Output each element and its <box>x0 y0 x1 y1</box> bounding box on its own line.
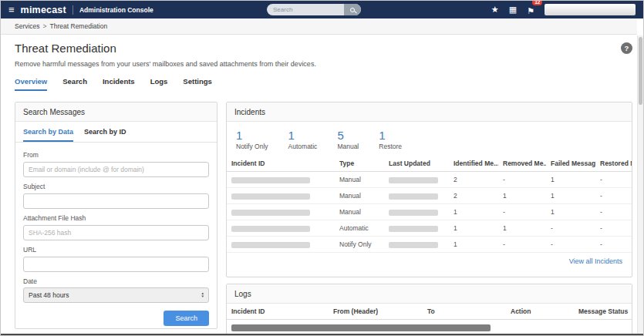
table-row[interactable]: Automatic 1 1 - - <box>227 220 632 237</box>
logs-panel: Logs Incident ID From (Header) To Action… <box>226 284 632 335</box>
main-tab-bar: Overview Search Incidents Logs Settings <box>15 77 212 91</box>
attachment-hash-input[interactable] <box>23 225 209 240</box>
tab-overview[interactable]: Overview <box>15 77 47 91</box>
incidents-table: Incident ID Type Last Updated Identified… <box>227 156 632 253</box>
tab-incidents[interactable]: Incidents <box>103 77 135 91</box>
stat-restore: 1 Restore <box>379 129 402 150</box>
breadcrumb-services[interactable]: Services <box>15 22 40 30</box>
favorites-star-icon[interactable]: ★ <box>491 5 499 14</box>
stat-automatic-value: 1 <box>288 129 318 142</box>
last-updated-redacted <box>389 210 438 216</box>
col-log-message-status: Message Status <box>574 304 632 320</box>
col-last-updated: Last Updated <box>384 156 449 172</box>
last-updated-redacted <box>389 226 438 232</box>
tab-logs[interactable]: Logs <box>150 77 168 91</box>
incident-id-redacted <box>231 193 310 200</box>
from-input[interactable] <box>23 162 209 177</box>
table-row[interactable]: Notify Only 1 - - - <box>227 237 632 253</box>
page-title: Threat Remediation <box>15 42 116 55</box>
view-all-incidents-link[interactable]: View all Incidents <box>227 253 632 270</box>
global-search <box>267 4 361 15</box>
admin-console-window: ≡ mimecast Administration Console ★ ▦ ⚑ … <box>0 0 644 336</box>
hamburger-menu-icon[interactable]: ≡ <box>8 5 15 15</box>
stat-notify-only: 1 Notify Only <box>236 129 268 150</box>
search-messages-panel: Search Messages Search by Data Search by… <box>15 102 217 329</box>
incident-id-redacted <box>231 210 310 216</box>
global-search-button[interactable] <box>344 4 361 15</box>
search-messages-header: Search Messages <box>15 102 217 122</box>
incident-id-redacted <box>231 226 310 232</box>
logs-table-header-row: Incident ID From (Header) To Action Mess… <box>227 304 632 320</box>
stat-automatic-label: Automatic <box>288 143 318 150</box>
table-row[interactable]: Manual 2 1 1 - <box>227 188 632 204</box>
stat-notify-only-value: 1 <box>236 129 268 142</box>
stat-automatic: 1 Automatic <box>288 129 318 150</box>
stat-restore-value: 1 <box>379 129 402 142</box>
stat-manual: 5 Manual <box>337 129 359 150</box>
tab-search-by-data[interactable]: Search by Data <box>23 128 73 142</box>
stat-manual-label: Manual <box>337 143 359 150</box>
breadcrumb-separator: > <box>43 22 47 30</box>
col-type: Type <box>335 156 384 172</box>
window-bottom-edge <box>1 334 643 335</box>
col-removed: Removed Me... <box>498 156 546 172</box>
attachment-hash-label: Attachment File Hash <box>23 214 209 222</box>
search-icon <box>350 8 355 12</box>
topbar-divider <box>72 5 73 15</box>
table-row[interactable]: Manual 1 - 1 - <box>227 204 632 220</box>
url-label: URL <box>23 246 209 254</box>
help-icon[interactable]: ? <box>621 42 632 54</box>
notifications-button[interactable]: ⚑ 12 <box>527 3 534 17</box>
url-input[interactable] <box>23 257 209 272</box>
search-panel-tabs: Search by Data Search by ID <box>15 122 217 143</box>
notification-badge: 12 <box>532 0 542 5</box>
page-scrollbar <box>637 35 643 335</box>
global-search-input[interactable] <box>267 4 344 15</box>
col-log-incident-id: Incident ID <box>227 304 329 320</box>
mimecast-logo[interactable]: mimecast <box>21 5 66 15</box>
select-stepper-icon: ▲ ▼ <box>201 292 204 299</box>
incidents-panel: Incidents 1 Notify Only 1 Automatic 5 Ma… <box>226 102 632 277</box>
incident-id-redacted <box>231 242 310 248</box>
table-row[interactable]: Manual 2 - 1 - <box>227 172 632 188</box>
stat-restore-label: Restore <box>379 143 402 150</box>
top-navigation-bar: ≡ mimecast Administration Console ★ ▦ ⚑ … <box>1 1 643 18</box>
scrollbar-thumb[interactable] <box>639 37 642 105</box>
notifications-icon: ⚑ <box>527 6 534 15</box>
from-label: From <box>23 151 209 159</box>
incidents-header: Incidents <box>227 102 632 122</box>
breadcrumb: Services > Threat Remediation <box>1 18 637 35</box>
col-log-action: Action <box>506 304 574 320</box>
apps-grid-icon[interactable]: ▦ <box>509 5 517 14</box>
date-select-value: Past 48 hours <box>29 291 201 299</box>
search-form: From Subject Attachment File Hash URL Da… <box>15 143 217 303</box>
last-updated-redacted <box>389 193 438 200</box>
date-select[interactable]: Past 48 hours ▲ ▼ <box>23 287 209 303</box>
incidents-table-header-row: Incident ID Type Last Updated Identified… <box>227 156 632 172</box>
tab-search[interactable]: Search <box>62 77 87 91</box>
search-submit-button[interactable]: Search <box>164 311 209 326</box>
tab-settings[interactable]: Settings <box>183 77 211 91</box>
last-updated-redacted <box>389 177 438 183</box>
col-failed: Failed Messag... <box>546 156 595 172</box>
log-row-redacted <box>231 324 491 331</box>
col-restored: Restored Mes... <box>595 156 632 172</box>
subject-label: Subject <box>23 183 209 190</box>
incident-stats: 1 Notify Only 1 Automatic 5 Manual 1 Res… <box>227 122 632 156</box>
last-updated-redacted <box>389 242 438 248</box>
logs-header: Logs <box>227 284 632 304</box>
user-account-redacted[interactable] <box>545 4 636 15</box>
col-log-to: To <box>423 304 506 320</box>
stat-manual-value: 5 <box>337 129 359 142</box>
col-log-from: From (Header) <box>329 304 423 320</box>
date-label: Date <box>23 277 209 285</box>
tab-search-by-id[interactable]: Search by ID <box>84 128 126 142</box>
app-title: Administration Console <box>79 6 153 14</box>
logs-table: Incident ID From (Header) To Action Mess… <box>227 304 632 335</box>
incident-id-redacted <box>231 177 310 183</box>
table-row[interactable] <box>227 320 632 336</box>
page-subtitle: Remove harmful messages from your users'… <box>15 60 316 68</box>
col-identified: Identified Me... <box>449 156 498 172</box>
subject-input[interactable] <box>23 193 209 209</box>
topbar-actions: ★ ▦ ⚑ 12 <box>491 3 636 17</box>
